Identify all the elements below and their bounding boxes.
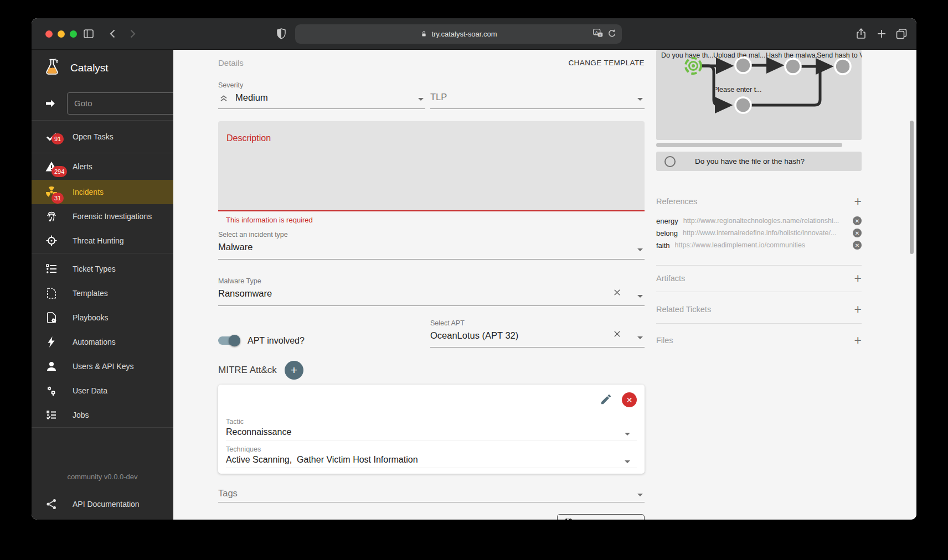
apt-involved-toggle[interactable] — [218, 336, 239, 345]
main-area: Details CHANGE TEMPLATE Severity Medium — [173, 50, 916, 520]
severity-medium-icon — [218, 92, 229, 103]
remove-reference-icon[interactable]: ✕ — [853, 229, 862, 237]
incident-type-label: Select an incident type — [218, 231, 645, 238]
mitre-attack-heading: MITRE Att&ck — [218, 365, 277, 376]
task-radio[interactable] — [664, 156, 676, 167]
caret-down-icon[interactable] — [637, 494, 643, 496]
alerts-badge: 294 — [51, 166, 67, 177]
sidebar-item-users-api-keys[interactable]: Users & API Keys — [32, 354, 173, 378]
reference-url: https://www.leadimplement.io/communities — [675, 241, 848, 249]
sidebar-item-jobs[interactable]: Jobs — [32, 403, 173, 427]
save-details-button[interactable]: SAVE DETAILS — [557, 514, 645, 520]
sidebar-item-automations[interactable]: Automations — [32, 330, 173, 354]
flask-icon — [43, 58, 61, 79]
list-icon — [45, 262, 58, 276]
sidebar-item-threat-hunting[interactable]: Threat Hunting — [32, 229, 173, 253]
references-heading: References — [656, 197, 697, 206]
change-template-button[interactable]: CHANGE TEMPLATE — [568, 59, 645, 67]
add-related-ticket-button[interactable]: + — [854, 305, 862, 313]
sidebar-item-ticket-types[interactable]: Ticket Types — [32, 257, 173, 281]
playbook-node[interactable] — [835, 59, 851, 74]
scrollbar-thumb[interactable] — [656, 143, 842, 147]
forward-icon[interactable] — [126, 27, 139, 40]
reference-row: energy http://www.regionaltechnologies.n… — [656, 215, 862, 227]
caret-down-icon[interactable] — [625, 433, 630, 435]
remove-reference-icon[interactable]: ✕ — [853, 216, 862, 225]
task-question: Do you have the file or the hash? — [695, 157, 805, 165]
minimize-window-button[interactable] — [58, 30, 65, 38]
apt-select-label: Select APT — [430, 319, 645, 327]
incidents-badge: 31 — [51, 193, 64, 204]
sidebar-item-label: Open Tasks — [73, 132, 114, 141]
incident-type-value: Malware — [218, 241, 645, 253]
playbook-node[interactable] — [785, 59, 801, 74]
zoom-window-button[interactable] — [70, 30, 77, 38]
version-label: community v0.0.0-dev — [32, 473, 173, 481]
sidebar-item-alerts[interactable]: Alerts 294 — [32, 153, 173, 180]
malware-type-select[interactable]: Malware Type Ransomware — [218, 277, 645, 306]
sidebar-item-label: Alerts — [73, 162, 92, 171]
caret-down-icon[interactable] — [637, 295, 643, 298]
caret-down-icon[interactable] — [637, 98, 643, 101]
add-file-button[interactable]: + — [854, 336, 862, 344]
severity-select[interactable]: Severity Medium — [218, 81, 425, 109]
back-icon[interactable] — [106, 27, 120, 40]
url-bar[interactable]: try.catalyst-soar.com Ax — [295, 24, 622, 44]
techniques-label: Techniques — [226, 445, 637, 453]
playbook-node-start[interactable] — [686, 58, 701, 74]
sidebar-item-api-documentation[interactable]: API Documentation — [32, 489, 173, 520]
description-textarea[interactable]: Description — [218, 121, 645, 211]
tlp-select[interactable]: TLP — [430, 81, 645, 109]
gears-icon — [45, 384, 58, 397]
caret-down-icon[interactable] — [637, 248, 643, 251]
add-reference-button[interactable]: + — [854, 198, 862, 205]
delete-circle-icon[interactable]: ✕ — [622, 392, 637, 407]
close-window-button[interactable] — [45, 30, 53, 38]
save-button-label: SAVE DETAILS — [579, 518, 637, 520]
sidebar-divider — [32, 427, 173, 428]
caret-down-icon[interactable] — [418, 98, 424, 101]
mitre-card: ✕ Tactic Reconnaissance Techniques Activ… — [218, 385, 645, 474]
window-vertical-scrollbar-thumb[interactable] — [910, 121, 914, 254]
new-tab-icon[interactable] — [875, 27, 888, 40]
techniques-select[interactable]: Techniques Active Scanning, Gather Victi… — [226, 445, 637, 468]
browser-window: try.catalyst-soar.com Ax — [32, 18, 916, 520]
translate-icon[interactable]: Ax — [592, 27, 604, 41]
clear-icon[interactable] — [612, 287, 622, 300]
playbook-node[interactable] — [735, 97, 751, 113]
sidebar-item-open-tasks[interactable]: Open Tasks 91 — [32, 121, 173, 153]
caret-down-icon[interactable] — [625, 460, 630, 463]
reference-row: belong http://www.internalredefine.info/… — [656, 227, 862, 239]
caret-down-icon[interactable] — [637, 336, 643, 339]
shield-icon[interactable] — [275, 27, 288, 40]
toggle-knob[interactable] — [229, 335, 240, 346]
incident-type-select[interactable]: Select an incident type Malware — [218, 231, 645, 260]
sidebar-item-label: Forensic Investigations — [73, 212, 152, 221]
remove-reference-icon[interactable]: ✕ — [853, 241, 862, 250]
sidebar-item-label: API Documentation — [73, 500, 140, 509]
sidebar-toggle-icon[interactable] — [82, 27, 95, 40]
clear-icon[interactable] — [612, 329, 622, 341]
goto-arrow-icon — [44, 97, 57, 110]
sidebar-item-user-data[interactable]: User Data — [32, 378, 173, 403]
tags-select[interactable]: Tags — [218, 488, 645, 502]
reload-icon[interactable] — [606, 28, 617, 40]
apt-select[interactable]: Select APT OceanLotus (APT 32) — [430, 319, 645, 348]
sidebar-item-incidents[interactable]: Incidents 31 — [32, 180, 173, 204]
techniques-value: Active Scanning, Gather Victim Host Info… — [226, 455, 637, 465]
tactic-select[interactable]: Tactic Reconnaissance — [226, 418, 637, 440]
add-mitre-button[interactable]: + — [285, 361, 303, 380]
playbook-node[interactable] — [735, 58, 751, 73]
sidebar-item-label: Jobs — [73, 411, 89, 419]
playbook-graph: Do you have th... Upload the mal... Hash… — [656, 50, 862, 140]
sidebar-item-templates[interactable]: Templates — [32, 281, 173, 305]
sidebar-item-label: Threat Hunting — [73, 236, 124, 245]
checklist-icon — [45, 408, 58, 422]
edit-pencil-icon[interactable] — [600, 393, 612, 408]
user-icon — [45, 360, 58, 373]
tab-overview-icon[interactable] — [895, 27, 908, 40]
sidebar-item-forensic-investigations[interactable]: Forensic Investigations — [32, 204, 173, 229]
add-artifact-button[interactable]: + — [854, 274, 862, 282]
share-icon[interactable] — [854, 27, 868, 40]
sidebar-item-playbooks[interactable]: Playbooks — [32, 305, 173, 330]
